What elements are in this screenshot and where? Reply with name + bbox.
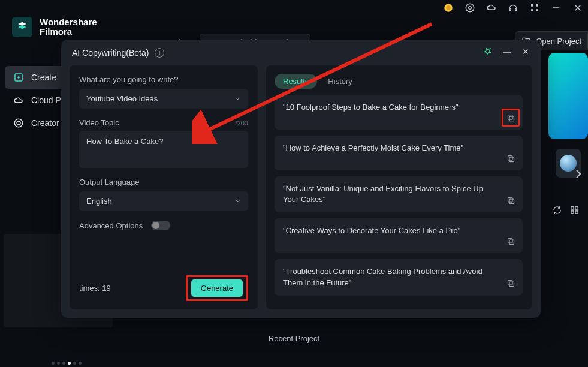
open-project-label: Open Project: [536, 37, 581, 46]
copy-icon: [506, 196, 515, 205]
form-panel: What are you going to write? Youtube Vid…: [70, 65, 258, 309]
headphones-icon[interactable]: [508, 2, 518, 13]
svg-rect-27: [509, 157, 514, 162]
brand-bottom: Filmora: [40, 27, 97, 37]
generate-button[interactable]: Generate: [191, 279, 243, 297]
svg-rect-20: [575, 207, 578, 209]
results-panel: Results History "10 Foolproof Steps to B…: [266, 65, 532, 309]
pin-icon[interactable]: [483, 47, 492, 58]
result-item: "Troubleshoot Common Cake Baking Problem…: [275, 259, 523, 295]
svg-point-2: [469, 7, 472, 10]
refresh-icon[interactable]: [552, 205, 562, 218]
svg-rect-26: [508, 115, 512, 119]
result-item: "10 Foolproof Steps to Bake a Cake for B…: [275, 95, 523, 130]
brand-top: Wondershare: [40, 17, 97, 28]
template-thumbnail[interactable]: [548, 53, 588, 139]
cloud-sync-icon[interactable]: [486, 2, 497, 13]
rail-next-button[interactable]: [571, 167, 586, 181]
svg-rect-31: [509, 240, 514, 245]
svg-rect-22: [575, 211, 578, 213]
svg-point-17: [14, 119, 23, 127]
window-close-icon[interactable]: [572, 2, 583, 13]
results-list: "10 Foolproof Steps to Bake a Cake for B…: [275, 95, 526, 301]
coin-icon[interactable]: [443, 2, 454, 13]
copy-icon: [506, 113, 515, 122]
sidebar-label: Create: [31, 73, 56, 82]
chevron-down-icon: [234, 95, 241, 102]
copy-button[interactable]: [505, 194, 517, 206]
svg-rect-32: [508, 238, 512, 243]
result-text: "10 Foolproof Steps to Bake a Cake for B…: [283, 102, 514, 113]
logo-mark-icon: [12, 17, 32, 37]
recent-project-label: Recent Project: [269, 334, 319, 343]
svg-rect-29: [509, 199, 514, 204]
advanced-toggle[interactable]: [151, 221, 170, 230]
svg-rect-4: [531, 4, 533, 7]
svg-rect-6: [531, 9, 533, 11]
chevron-down-icon: [234, 198, 241, 204]
modal-close-icon[interactable]: [521, 47, 530, 58]
advanced-label: Advanced Options: [79, 221, 143, 230]
svg-marker-12: [18, 25, 26, 29]
result-item: "Not Just Vanilla: Unique and Exciting F…: [275, 176, 523, 212]
svg-rect-30: [508, 197, 512, 202]
language-value: English: [86, 197, 112, 206]
apps-grid-icon[interactable]: [529, 2, 540, 13]
result-text: "How to Achieve a Perfectly Moist Cake E…: [283, 143, 514, 154]
chevron-right-icon: [571, 167, 586, 181]
write-type-select[interactable]: Youtube Video Ideas: [79, 89, 248, 109]
copy-icon: [506, 279, 515, 288]
svg-rect-21: [571, 211, 574, 213]
result-text: "Not Just Vanilla: Unique and Exciting F…: [283, 184, 514, 205]
template-rail: [548, 53, 588, 178]
ai-copywriting-modal: AI Copywriting(Beta) i What are you goin…: [61, 40, 541, 318]
annotation-highlight: Generate: [186, 275, 248, 301]
copy-button[interactable]: [505, 152, 517, 164]
sidebar-label: Cloud P: [31, 95, 61, 105]
prompt-label: What are you going to write?: [79, 75, 248, 84]
sidebar-label: Creator: [31, 118, 59, 128]
svg-rect-7: [536, 9, 538, 11]
result-item: "How to Achieve a Perfectly Moist Cake E…: [275, 136, 523, 170]
svg-rect-5: [536, 4, 538, 7]
gear-icon[interactable]: [465, 2, 475, 13]
topic-label: Video Topic: [79, 118, 119, 127]
copy-button[interactable]: [505, 112, 517, 124]
svg-rect-33: [509, 282, 514, 287]
modal-header: AI Copywriting(Beta) i: [61, 40, 541, 65]
annotation-highlight: [502, 109, 520, 127]
topic-input[interactable]: How To Bake a Cake?: [79, 131, 248, 168]
svg-rect-25: [509, 116, 514, 121]
copy-icon: [506, 154, 515, 163]
grid-view-icon[interactable]: [569, 205, 580, 218]
times-remaining: times: 19: [79, 284, 111, 293]
progress-dots: [52, 362, 82, 365]
tab-results[interactable]: Results: [275, 74, 317, 89]
info-icon[interactable]: i: [155, 48, 164, 58]
result-text: "Creative Ways to Decorate Your Cakes Li…: [283, 225, 514, 236]
language-select[interactable]: English: [79, 191, 248, 211]
char-count: /200: [236, 119, 248, 127]
tab-history[interactable]: History: [319, 74, 360, 89]
lang-label: Output Language: [79, 178, 248, 186]
copy-icon: [506, 237, 515, 246]
results-tabs: Results History: [275, 74, 526, 89]
svg-point-16: [17, 121, 20, 125]
rail-view-controls: [552, 205, 580, 218]
svg-point-3: [466, 4, 474, 12]
app-logo: Wondershare Filmora: [12, 17, 97, 37]
result-text: "Troubleshoot Common Cake Baking Problem…: [283, 266, 514, 288]
modal-title: AI Copywriting(Beta): [72, 48, 149, 58]
svg-point-1: [446, 5, 451, 10]
svg-rect-19: [571, 207, 574, 209]
result-item: "Creative Ways to Decorate Your Cakes Li…: [275, 218, 523, 253]
top-icon-bar: [443, 2, 583, 13]
modal-minimize-icon[interactable]: [503, 52, 511, 53]
svg-rect-34: [508, 281, 512, 285]
svg-rect-28: [508, 155, 512, 160]
copy-button[interactable]: [505, 278, 517, 290]
copy-button[interactable]: [505, 235, 517, 247]
write-type-value: Youtube Video Ideas: [86, 94, 158, 103]
minimize-icon[interactable]: [551, 2, 562, 13]
